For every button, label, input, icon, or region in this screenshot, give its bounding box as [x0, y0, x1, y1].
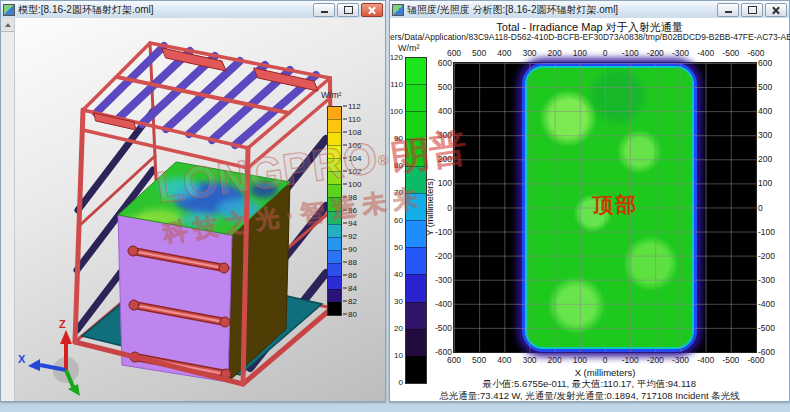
tick-label: 500 [758, 82, 772, 92]
tick-label: 100 [573, 355, 587, 365]
color-segment [406, 84, 426, 111]
stats-line-2: 总光通量:73.412 W, 光通量/发射光通量:0.1894, 717108 … [390, 390, 789, 403]
color-segment [328, 302, 341, 315]
close-button[interactable] [361, 3, 383, 17]
tick-label: 98 [343, 193, 357, 202]
tick-label: 120 [390, 53, 403, 62]
tick-label: 200 [548, 355, 562, 365]
close-icon [368, 6, 376, 14]
region-annotation: 顶部 [592, 191, 638, 219]
tick-label: 100 [758, 178, 772, 188]
tick-label: 102 [343, 167, 361, 176]
tick-label: 106 [343, 141, 361, 150]
model-window-title: 模型:[8.16-2圆环辐射灯架.oml] [18, 3, 310, 17]
tick-label: 92 [343, 232, 357, 241]
close-button[interactable] [765, 3, 787, 17]
color-segment [406, 220, 426, 247]
tick-label: 600 [438, 58, 452, 68]
color-segment [328, 224, 341, 237]
tick-label: 300 [522, 48, 536, 58]
tick-label: 50 [394, 242, 403, 251]
tick-label: -100 [435, 227, 452, 237]
tick-label: 30 [394, 296, 403, 305]
minimize-button[interactable] [717, 3, 739, 17]
maximize-button[interactable] [741, 3, 763, 17]
tick-label: 400 [497, 355, 511, 365]
colorbar-tick-labels: 1201101009080706050403020100 [390, 57, 403, 382]
x-axis-label: X [18, 353, 26, 365]
tick-label: -400 [435, 299, 452, 309]
tick-label: -500 [758, 323, 775, 333]
tick-label: -600 [435, 347, 452, 357]
color-segment [406, 139, 426, 166]
color-segment [328, 184, 341, 197]
color-segment [328, 158, 341, 171]
window-controls [717, 3, 787, 17]
color-segment [406, 302, 426, 329]
window-controls [313, 3, 383, 17]
tick-label: 600 [758, 58, 772, 68]
irradiance-window-title: 辐照度/光照度 分析图:[8.16-2圆环辐射灯架.oml] [407, 3, 714, 17]
irradiance-chart-area: Total - Irradiance Map 对于入射光通量 ers/Data/… [390, 18, 789, 401]
y-axis-ticks-right: 6005004003002001000-100-200-300-400-500-… [758, 63, 784, 352]
tick-label: -400 [697, 355, 714, 365]
minimize-icon [725, 11, 732, 13]
tick-label: -600 [758, 347, 775, 357]
z-axis-label: Z [59, 318, 66, 330]
device-box[interactable] [118, 162, 290, 382]
tick-label: -300 [672, 355, 689, 365]
tick-label: -500 [722, 355, 739, 365]
axis-triad: Z X [18, 318, 80, 396]
tick-label: 40 [394, 269, 403, 278]
tick-label: 94 [343, 219, 357, 228]
tick-label: 200 [758, 154, 772, 164]
tick-label: 100 [438, 178, 452, 188]
irradiance-window-titlebar[interactable]: 辐照度/光照度 分析图:[8.16-2圆环辐射灯架.oml] [390, 1, 789, 19]
tick-label: 500 [472, 48, 486, 58]
tick-label: 82 [343, 297, 357, 306]
tick-label: 0 [447, 203, 452, 213]
tick-label: 100 [573, 48, 587, 58]
tick-label: 108 [343, 128, 361, 137]
tick-label: 110 [390, 80, 403, 89]
x-axis-title: X (millimeters) [454, 367, 756, 378]
heatmap-plot[interactable]: 顶部 [454, 63, 756, 352]
tick-label: 300 [522, 355, 536, 365]
color-segment [328, 145, 341, 158]
minimize-button[interactable] [313, 3, 335, 17]
tick-label: 84 [343, 284, 357, 293]
color-segment [406, 58, 426, 84]
color-segment [328, 289, 341, 302]
color-segment [406, 247, 426, 274]
tick-label: -500 [722, 48, 739, 58]
color-segment [328, 132, 341, 145]
tick-label: 104 [343, 154, 361, 163]
scroll-up-button[interactable] [1, 18, 14, 32]
tick-label: 110 [343, 115, 361, 124]
tick-label: 0 [603, 355, 608, 365]
tick-label: -200 [435, 251, 452, 261]
color-segment [406, 166, 426, 193]
tick-label: 500 [438, 82, 452, 92]
scale-color-bar [327, 106, 342, 316]
x-axis-ticks-bottom: 6005004003002001000-100-200-300-400-500-… [454, 355, 756, 365]
color-segment [328, 263, 341, 276]
tick-label: -400 [697, 48, 714, 58]
color-segment [328, 211, 341, 224]
tick-label: 70 [394, 188, 403, 197]
tick-label: 300 [758, 130, 772, 140]
tick-label: -500 [435, 323, 452, 333]
model-window-titlebar[interactable]: 模型:[8.16-2圆环辐射灯架.oml] [1, 1, 385, 19]
color-segment [406, 111, 426, 138]
restore-button[interactable] [337, 3, 359, 17]
color-segment [328, 250, 341, 263]
chart-source-path: ers/Data/Application/83C9A118-D562-410D-… [390, 32, 789, 42]
tick-label: 400 [497, 48, 511, 58]
tick-label: 200 [548, 48, 562, 58]
color-segment [406, 193, 426, 220]
tick-label: 90 [394, 134, 403, 143]
left-scrollbar[interactable] [1, 18, 15, 401]
tick-label: 60 [394, 215, 403, 224]
tick-label: -200 [647, 48, 664, 58]
tick-label: 96 [343, 206, 357, 215]
